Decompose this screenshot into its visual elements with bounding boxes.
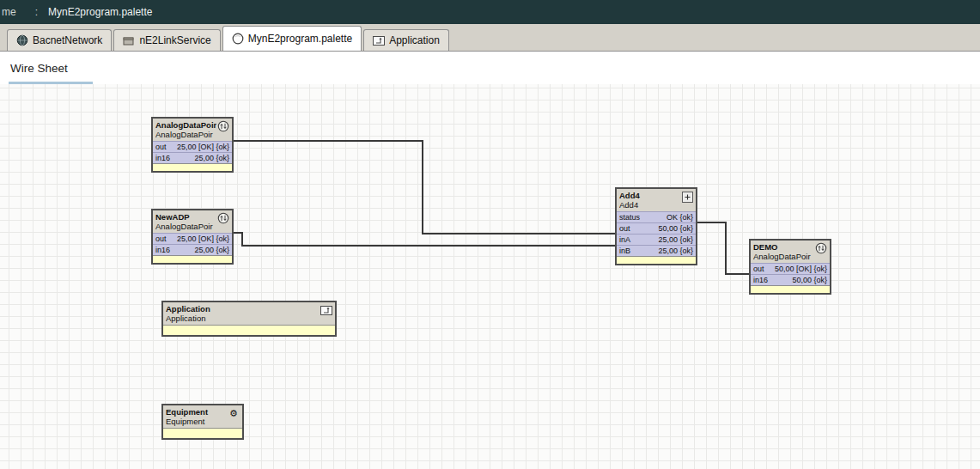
tab-label: nE2LinkService: [139, 34, 210, 46]
pin-out[interactable]: out50,00 [OK] {ok}: [751, 263, 830, 274]
block-subtitle: AnalogDataPoir: [753, 252, 814, 261]
application-icon: [373, 34, 385, 46]
block-footer: [153, 163, 232, 171]
tab-myne2program-palette[interactable]: MynE2program.palette: [222, 26, 362, 51]
block-title: DEMO: [753, 242, 814, 252]
block-subtitle: Equipment: [166, 417, 227, 426]
pin-value: 50,00 {ok}: [658, 224, 693, 233]
tab-label: BacnetNetwork: [33, 34, 102, 46]
pin-value: 25,00 {ok}: [194, 246, 229, 254]
block-subtitle: Add4: [619, 200, 680, 210]
pin-status[interactable]: statusOK {ok}: [617, 211, 696, 222]
block-footer: [751, 285, 830, 293]
topbar-left-text: me: [2, 6, 16, 18]
pin-value: 25,00 {ok}: [194, 154, 229, 162]
pin-ina[interactable]: inA25,00 {ok}: [617, 234, 696, 245]
wire-newadp-out-to-add4-inb[interactable]: [234, 233, 615, 246]
pin-value: 25,00 {ok}: [658, 247, 693, 255]
pin-label: in16: [155, 154, 170, 162]
wire-layer: [0, 84, 980, 469]
tab-label: Application: [389, 34, 440, 46]
pin-out[interactable]: out50,00 {ok}: [617, 222, 696, 234]
pin-label: in16: [753, 276, 768, 284]
network-icon: [16, 34, 28, 46]
top-bar: me : MynE2program.palette: [0, 0, 980, 24]
plus-icon: [681, 191, 693, 203]
topbar-title: MynE2program.palette: [48, 6, 152, 18]
service-icon: [123, 34, 135, 46]
palette-icon: [232, 33, 244, 45]
pin-value: 50,00 {ok}: [792, 276, 827, 284]
block-header[interactable]: ApplicationApplication: [163, 302, 335, 325]
block-footer: [163, 428, 242, 438]
analog-point-icon: [217, 120, 229, 132]
block-title: NewADP: [155, 212, 216, 222]
block-header[interactable]: AnalogDataPoirAnalogDataPoir: [153, 119, 232, 141]
tab-label: MynE2program.palette: [248, 33, 352, 45]
analog-point-icon: [815, 242, 827, 254]
tab-bar: BacnetNetworknE2LinkServiceMynE2program.…: [0, 24, 980, 52]
block-header[interactable]: Add4Add4: [617, 189, 696, 211]
block-footer: [153, 255, 232, 263]
view-tab-wire-sheet[interactable]: Wire Sheet: [9, 57, 93, 84]
wire-sheet-canvas[interactable]: AnalogDataPoirAnalogDataPoirout25,00 [OK…: [0, 84, 980, 469]
block-header[interactable]: EquipmentEquipment⚙: [163, 405, 242, 428]
block-footer: [163, 325, 335, 335]
pin-label: out: [753, 265, 764, 273]
pin-value: 25,00 [OK] {ok}: [177, 234, 229, 243]
pin-in16[interactable]: in1650,00 {ok}: [751, 274, 830, 285]
pin-out[interactable]: out25,00 [OK] {ok}: [153, 233, 232, 244]
pin-label: status: [619, 213, 640, 222]
block-title: Add4: [619, 191, 680, 200]
pin-label: out: [155, 143, 167, 151]
gear-icon: ⚙: [228, 407, 240, 419]
pin-label: inA: [619, 235, 630, 244]
pin-value: 50,00 [OK] {ok}: [775, 265, 827, 273]
tab-ne2linkservice[interactable]: nE2LinkService: [113, 29, 220, 51]
block-application[interactable]: ApplicationApplication: [161, 301, 337, 337]
pin-value: 25,00 [OK] {ok}: [177, 143, 229, 151]
pin-in16[interactable]: in1625,00 {ok}: [153, 152, 232, 163]
tab-bacnetnetwork[interactable]: BacnetNetwork: [7, 29, 112, 51]
pin-in16[interactable]: in1625,00 {ok}: [153, 244, 232, 255]
block-header[interactable]: NewADPAnalogDataPoir: [153, 210, 232, 233]
wire-add4-out-to-demo-in16[interactable]: [697, 222, 749, 274]
block-subtitle: AnalogDataPoir: [155, 130, 216, 139]
block-add4[interactable]: Add4Add4statusOK {ok}out50,00 {ok}inA25,…: [615, 187, 697, 265]
wire-analogdatapoir-out-to-add4-ina[interactable]: [234, 141, 615, 234]
pin-label: in16: [155, 246, 170, 254]
pin-inb[interactable]: inB25,00 {ok}: [617, 245, 696, 256]
topbar-separator: :: [35, 6, 38, 18]
block-footer: [617, 256, 696, 264]
block-title: Application: [166, 304, 320, 314]
pin-label: out: [619, 224, 630, 233]
block-analogdatapoir[interactable]: AnalogDataPoirAnalogDataPoirout25,00 [OK…: [151, 117, 234, 173]
pin-label: out: [155, 234, 167, 243]
tab-application[interactable]: Application: [363, 29, 449, 51]
block-subtitle: AnalogDataPoir: [155, 222, 216, 231]
pin-value: OK {ok}: [667, 213, 693, 222]
block-equipment[interactable]: EquipmentEquipment⚙: [161, 404, 244, 440]
block-title: AnalogDataPoir: [155, 120, 216, 130]
pin-label: inB: [619, 247, 630, 255]
block-demo[interactable]: DEMOAnalogDataPoirout50,00 [OK] {ok}in16…: [749, 239, 831, 295]
analog-point-icon: [217, 212, 229, 224]
block-newadp[interactable]: NewADPAnalogDataPoirout25,00 [OK] {ok}in…: [151, 209, 234, 265]
pin-value: 25,00 {ok}: [658, 235, 693, 244]
block-title: Equipment: [166, 407, 227, 417]
block-header[interactable]: DEMOAnalogDataPoir: [751, 241, 830, 263]
view-bar: Wire Sheet: [0, 52, 980, 84]
view-tab-label: Wire Sheet: [10, 62, 68, 75]
application-icon: [320, 304, 332, 316]
pin-out[interactable]: out25,00 [OK] {ok}: [153, 141, 232, 152]
block-subtitle: Application: [166, 314, 320, 323]
